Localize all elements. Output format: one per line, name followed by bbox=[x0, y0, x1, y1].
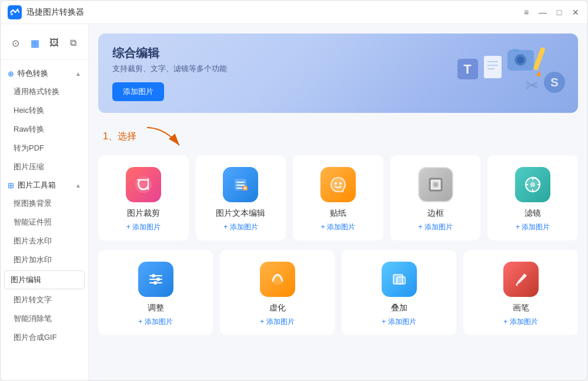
tool-card-text-edit[interactable]: 图片文本编辑 + 添加图片 bbox=[196, 155, 286, 240]
window-controls: ≡ — □ ✕ bbox=[522, 8, 580, 17]
sidebar-icon-grid[interactable]: ▦ bbox=[27, 34, 43, 52]
special-convert-label: 特色转换 bbox=[18, 68, 48, 79]
content-area: 综合编辑 支持裁剪、文字、滤镜等多个功能 添加图片 bbox=[89, 24, 587, 380]
filter-name: 滤镜 bbox=[524, 208, 541, 219]
sticker-add[interactable]: + 添加图片 bbox=[321, 222, 355, 232]
brush-name: 画笔 bbox=[513, 303, 529, 313]
sidebar-item-image-edit[interactable]: 图片编辑 bbox=[4, 270, 85, 289]
sidebar-item-add-watermark[interactable]: 图片加水印 bbox=[1, 250, 88, 269]
tool-card-blur[interactable]: 虚化 + 添加图片 bbox=[220, 250, 335, 335]
banner-subtitle: 支持裁剪、文字、滤镜等多个功能 bbox=[112, 63, 227, 74]
menu-button[interactable]: ≡ bbox=[522, 8, 531, 17]
crop-add[interactable]: + 添加图片 bbox=[126, 222, 161, 232]
svg-point-1 bbox=[11, 13, 13, 15]
app-window: 迅捷图片转换器 ≡ — □ ✕ ⊙ ▦ 🖼 ⧉ ⊕ 特色转换 ▲ bbox=[0, 0, 588, 381]
main-layout: ⊙ ▦ 🖼 ⧉ ⊕ 特色转换 ▲ 通用格式转换 Heic转换 Raw转换 转为P… bbox=[1, 24, 587, 380]
svg-point-34 bbox=[530, 182, 535, 187]
banner-title: 综合编辑 bbox=[112, 45, 227, 61]
overlay-icon bbox=[382, 262, 417, 297]
tool-card-filter[interactable]: 滤镜 + 添加图片 bbox=[487, 155, 578, 240]
filter-add[interactable]: + 添加图片 bbox=[516, 222, 550, 232]
svg-point-42 bbox=[152, 274, 155, 278]
svg-point-44 bbox=[153, 281, 157, 285]
maximize-button[interactable]: □ bbox=[554, 8, 564, 17]
sidebar-item-image-to-text[interactable]: 图片转文字 bbox=[1, 290, 88, 309]
blur-add[interactable]: + 添加图片 bbox=[260, 317, 294, 327]
svg-text:S: S bbox=[550, 76, 558, 89]
chevron-icon-special: ▲ bbox=[75, 71, 81, 77]
crop-icon bbox=[126, 167, 161, 202]
tool-card-sticker[interactable]: 贴纸 + 添加图片 bbox=[293, 155, 383, 240]
close-button[interactable]: ✕ bbox=[571, 8, 580, 17]
border-add[interactable]: + 添加图片 bbox=[418, 222, 452, 232]
tool-grid-row1: 图片裁剪 + 添加图片 bbox=[98, 155, 578, 240]
app-title: 迅捷图片转换器 bbox=[26, 7, 522, 18]
sidebar-item-compress[interactable]: 图片压缩 bbox=[1, 158, 88, 176]
tool-grid-row2: 调整 + 添加图片 虚化 + 添加图片 bbox=[98, 250, 578, 335]
brush-icon bbox=[503, 262, 539, 297]
blur-icon bbox=[260, 262, 295, 297]
border-icon bbox=[418, 167, 453, 202]
banner: 综合编辑 支持裁剪、文字、滤镜等多个功能 添加图片 bbox=[98, 34, 578, 113]
svg-rect-5 bbox=[512, 49, 519, 52]
sidebar-item-id-photo[interactable]: 智能证件照 bbox=[1, 213, 88, 232]
minimize-button[interactable]: — bbox=[538, 8, 547, 17]
special-convert-icon: ⊕ bbox=[8, 69, 14, 78]
blur-name: 虚化 bbox=[269, 303, 286, 313]
tool-card-crop[interactable]: 图片裁剪 + 添加图片 bbox=[98, 155, 189, 240]
svg-point-4 bbox=[517, 56, 524, 63]
image-tools-icon: ⊞ bbox=[8, 181, 14, 190]
banner-decorations: T ✂ S bbox=[331, 34, 566, 113]
sidebar-icon-shield[interactable]: ⊙ bbox=[8, 34, 24, 52]
svg-text:T: T bbox=[463, 62, 472, 76]
annotation-label: 1、选择 bbox=[103, 131, 136, 143]
sidebar-group-image-tools[interactable]: ⊞ 图片工具箱 ▲ bbox=[1, 176, 88, 194]
svg-point-43 bbox=[156, 278, 160, 281]
svg-rect-6 bbox=[533, 46, 545, 70]
adjust-icon bbox=[138, 262, 173, 297]
sidebar-icon-image[interactable]: 🖼 bbox=[46, 34, 62, 52]
adjust-name: 调整 bbox=[148, 303, 164, 313]
overlay-add[interactable]: + 添加图片 bbox=[382, 317, 416, 327]
sidebar-icon-bar: ⊙ ▦ 🖼 ⧉ bbox=[1, 29, 88, 60]
banner-add-button[interactable]: 添加图片 bbox=[112, 82, 164, 101]
adjust-add[interactable]: + 添加图片 bbox=[138, 317, 172, 327]
tool-card-brush[interactable]: 画笔 + 添加图片 bbox=[463, 250, 578, 335]
border-name: 边框 bbox=[427, 208, 444, 219]
svg-point-18 bbox=[135, 176, 152, 193]
image-tools-label: 图片工具箱 bbox=[18, 180, 56, 190]
svg-point-27 bbox=[335, 182, 337, 185]
filter-icon bbox=[515, 167, 550, 202]
sticker-name: 贴纸 bbox=[330, 208, 346, 219]
text-edit-name: 图片文本编辑 bbox=[216, 208, 265, 219]
tool-card-adjust[interactable]: 调整 + 添加图片 bbox=[98, 250, 213, 335]
svg-point-31 bbox=[433, 182, 438, 187]
text-edit-add[interactable]: + 添加图片 bbox=[223, 222, 258, 232]
banner-deco-svg: T ✂ S bbox=[343, 44, 566, 103]
sidebar-item-remove-watermark[interactable]: 图片去水印 bbox=[1, 232, 88, 250]
sidebar-item-remove-bg[interactable]: 抠图换背景 bbox=[1, 194, 88, 213]
brush-add[interactable]: + 添加图片 bbox=[503, 317, 537, 327]
sidebar-item-image-gif[interactable]: 图片合成GIF bbox=[1, 328, 88, 347]
chevron-icon-tools: ▲ bbox=[75, 182, 81, 189]
svg-rect-8 bbox=[484, 56, 502, 78]
annotation-area: 1、选择 bbox=[103, 125, 578, 148]
overlay-name: 叠加 bbox=[391, 303, 407, 313]
crop-name: 图片裁剪 bbox=[127, 208, 160, 219]
sidebar-item-raw-convert[interactable]: Raw转换 bbox=[1, 120, 88, 139]
text-edit-icon bbox=[223, 167, 258, 202]
annotation-arrow-svg bbox=[141, 125, 188, 148]
titlebar: 迅捷图片转换器 ≡ — □ ✕ bbox=[1, 1, 587, 24]
app-logo bbox=[8, 5, 22, 19]
sidebar-item-to-pdf[interactable]: 转为PDF bbox=[1, 139, 88, 158]
tool-card-border[interactable]: 边框 + 添加图片 bbox=[390, 155, 481, 240]
sidebar-item-format-convert[interactable]: 通用格式转换 bbox=[1, 82, 88, 101]
sidebar: ⊙ ▦ 🖼 ⧉ ⊕ 特色转换 ▲ 通用格式转换 Heic转换 Raw转换 转为P… bbox=[1, 24, 89, 380]
sidebar-group-special-convert[interactable]: ⊕ 特色转换 ▲ bbox=[1, 65, 88, 82]
sidebar-icon-copy[interactable]: ⧉ bbox=[65, 34, 81, 52]
tool-card-overlay[interactable]: 叠加 + 添加图片 bbox=[342, 250, 456, 335]
sidebar-item-heic-convert[interactable]: Heic转换 bbox=[1, 101, 88, 120]
svg-text:✂: ✂ bbox=[525, 76, 539, 95]
banner-text: 综合编辑 支持裁剪、文字、滤镜等多个功能 添加图片 bbox=[112, 45, 227, 101]
sidebar-item-smart-eraser[interactable]: 智能消除笔 bbox=[1, 309, 88, 328]
